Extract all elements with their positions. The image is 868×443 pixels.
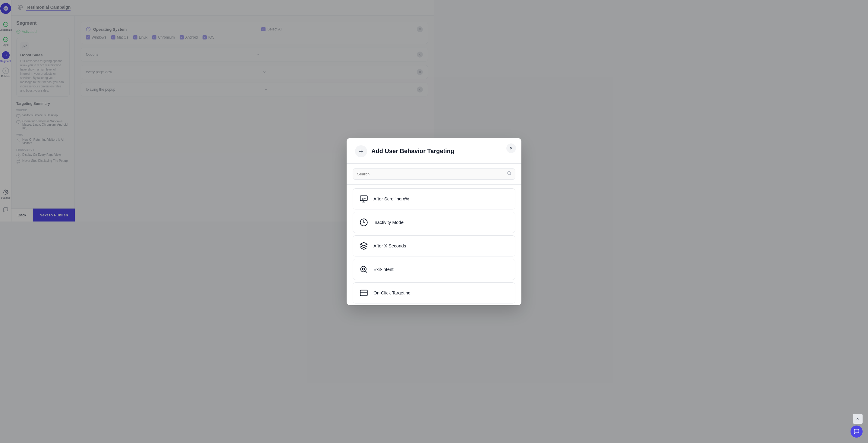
modal-overlay: Add User Behavior Targeting bbox=[0, 0, 434, 222]
modal-list: After Scrolling x% Inactivity Mode bbox=[347, 185, 434, 222]
plus-icon bbox=[355, 145, 367, 157]
modal-item-label-scrolling: After Scrolling x% bbox=[373, 196, 409, 201]
scroll-icon bbox=[358, 193, 369, 204]
modal: Add User Behavior Targeting bbox=[347, 138, 434, 222]
svg-rect-19 bbox=[360, 196, 367, 200]
modal-item-label-inactivity: Inactivity Mode bbox=[373, 220, 404, 222]
modal-header: Add User Behavior Targeting bbox=[347, 138, 434, 164]
clock-icon-modal bbox=[358, 217, 369, 222]
search-input-wrap bbox=[352, 168, 434, 180]
modal-item-after-scrolling[interactable]: After Scrolling x% bbox=[352, 188, 434, 210]
modal-title: Add User Behavior Targeting bbox=[371, 148, 434, 155]
modal-search-wrap bbox=[347, 164, 434, 185]
search-input[interactable] bbox=[352, 168, 434, 180]
modal-item-inactivity-mode[interactable]: Inactivity Mode bbox=[352, 212, 434, 222]
